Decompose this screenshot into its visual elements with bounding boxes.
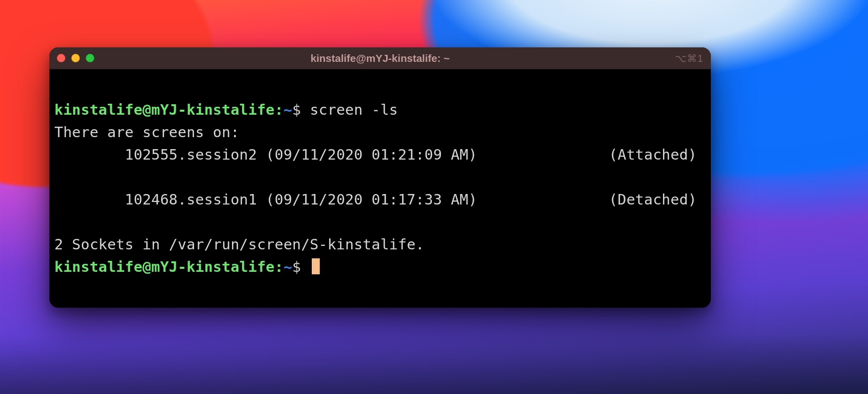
cursor-icon [312,258,320,274]
prompt-symbol: $ [292,258,301,275]
session-timestamp: (09/11/2020 01:17:33 AM) [266,191,477,208]
terminal-window: kinstalife@mYJ-kinstalife: ~ ⌥⌘1 kinstal… [49,47,711,308]
prompt-path: ~ [283,258,292,275]
prompt-path: ~ [283,101,292,118]
terminal-body[interactable]: kinstalife@mYJ-kinstalife:~$ screen -ls … [49,69,711,305]
session-timestamp: (09/11/2020 01:21:09 AM) [266,146,477,163]
session-indent [54,191,125,208]
session-row-1: 102555.session2 (09/11/2020 01:21:09 AM)… [54,144,706,166]
window-shortcut-hint: ⌥⌘1 [675,52,703,64]
prompt-line-2: kinstalife@mYJ-kinstalife:~$ [54,258,320,275]
window-titlebar[interactable]: kinstalife@mYJ-kinstalife: ~ ⌥⌘1 [49,47,711,69]
output-footer: 2 Sockets in /var/run/screen/S-kinstalif… [54,236,425,253]
window-title: kinstalife@mYJ-kinstalife: ~ [49,52,711,64]
prompt-symbol: $ [292,101,301,118]
session-row-2: 102468.session1 (09/11/2020 01:17:33 AM)… [54,189,706,211]
prompt-separator: : [275,258,284,275]
prompt-user-host: kinstalife@mYJ-kinstalife [54,101,275,118]
minimize-icon[interactable] [71,54,80,62]
session-id: 102555.session2 [125,146,257,163]
traffic-lights [57,54,94,62]
session-status: (Detached) [609,189,706,211]
session-indent [54,146,125,163]
prompt-user-host: kinstalife@mYJ-kinstalife [54,258,275,275]
command-text: screen -ls [310,101,398,118]
maximize-icon[interactable] [86,54,94,62]
output-header: There are screens on: [54,124,239,141]
prompt-separator: : [275,101,284,118]
session-status: (Attached) [609,144,706,166]
close-icon[interactable] [57,54,65,62]
prompt-line-1: kinstalife@mYJ-kinstalife:~$ screen -ls [54,101,398,118]
session-id: 102468.session1 [125,191,257,208]
